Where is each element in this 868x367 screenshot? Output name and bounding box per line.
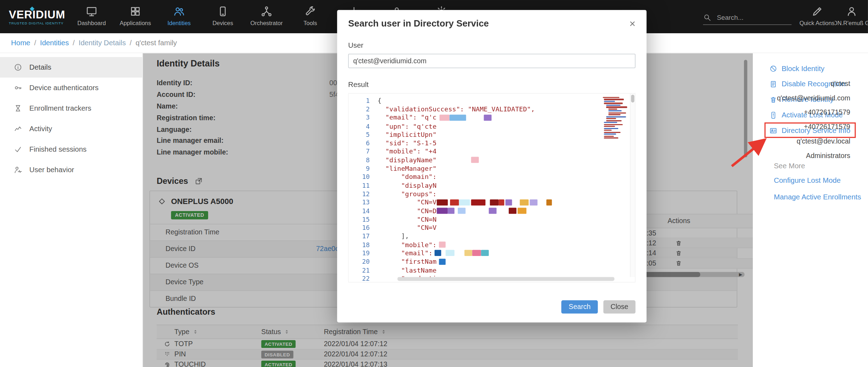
navbar-right: Search... Quick Actions DN.R'emuß G <box>703 0 868 33</box>
summary-value: Administrators <box>777 148 850 163</box>
see-more-links: Configure Lost ModeManage Active Enrollm… <box>774 176 861 209</box>
app: VERIDIUM TRUSTED DIGITAL IDENTITY Dashbo… <box>0 0 868 367</box>
identity-summary: q'ctestq'ctest@veridiumid.com+4072617157… <box>777 76 850 163</box>
applications-icon <box>130 6 141 17</box>
tools-icon <box>305 6 316 17</box>
brand-tagline: TRUSTED DIGITAL IDENTITY <box>9 21 70 25</box>
user-field-label: User <box>348 41 636 49</box>
identity-action-label: Block Identity <box>781 64 824 73</box>
phone-alert-icon <box>769 111 777 119</box>
block-icon <box>769 65 777 72</box>
close-button[interactable]: Close <box>603 300 636 314</box>
authenticator-icon <box>14 84 23 92</box>
breadcrumb-item[interactable]: Identities <box>40 39 69 47</box>
nav-item[interactable]: Devices <box>201 0 245 33</box>
modal-title: Search user in Directory Service <box>348 18 489 29</box>
result-editor[interactable]: 1{2 "validationSuccess": "NAME_VALIDATED… <box>348 93 636 282</box>
nav-item[interactable]: Tools <box>288 0 332 33</box>
brand-logo[interactable]: VERIDIUM TRUSTED DIGITAL IDENTITY <box>9 8 70 24</box>
orchestrator-icon <box>261 6 272 17</box>
summary-value: +40726171579 <box>777 105 850 120</box>
user-menu[interactable]: DN.R'emuß G <box>835 0 868 33</box>
summary-value: q'ctest@veridiumid.com <box>777 91 850 105</box>
dashboard-icon <box>86 6 98 17</box>
editor-hscrollbar[interactable] <box>370 277 630 281</box>
sidebar: Details Device authenticators Enrollment… <box>0 53 143 367</box>
search-button[interactable]: Search <box>561 300 598 314</box>
search-icon <box>703 13 711 22</box>
breadcrumb-item[interactable]: Home <box>11 39 30 47</box>
nav-item[interactable]: Identities <box>157 0 201 33</box>
sidebar-item[interactable]: Enrollment trackers <box>0 98 142 118</box>
activity-icon <box>14 125 23 133</box>
summary-value: q'ctest <box>777 76 850 91</box>
sidebar-item[interactable]: Device authenticators <box>0 77 142 98</box>
editor-minimap <box>603 97 628 139</box>
identities-icon <box>173 6 185 17</box>
check-icon <box>14 145 23 154</box>
contact-card-icon <box>769 127 777 134</box>
brand-name: VERIDIUM <box>9 8 70 19</box>
info-icon <box>14 63 23 72</box>
user-behavior-icon <box>14 166 23 174</box>
search-input[interactable]: Search... <box>717 13 743 21</box>
identity-panel: Block Identity Disable Recognition Remov… <box>753 53 868 367</box>
sidebar-item-label: User behavior <box>29 166 74 174</box>
sidebar-item[interactable]: Activity <box>0 118 142 139</box>
screen: VERIDIUM TRUSTED DIGITAL IDENTITY Dashbo… <box>0 0 868 367</box>
hourglass-icon <box>14 104 23 113</box>
sidebar-item[interactable]: Details <box>0 57 142 77</box>
quick-actions-button[interactable]: Quick Actions <box>799 0 835 33</box>
nav-item[interactable]: Applications <box>113 0 157 33</box>
nav-item[interactable]: Dashboard <box>70 0 113 33</box>
breadcrumb-separator: / <box>73 39 75 47</box>
see-more-link[interactable]: Configure Lost Mode <box>774 176 861 186</box>
modal-close-button[interactable]: × <box>629 18 635 29</box>
global-search[interactable]: Search... <box>703 13 792 25</box>
devices-icon <box>217 6 229 17</box>
editor-vscrollbar[interactable] <box>630 94 635 277</box>
sidebar-item-label: Device authenticators <box>29 84 99 92</box>
directory-search-modal: Search user in Directory Service × User … <box>337 10 646 322</box>
sidebar-item[interactable]: Finished sessions <box>0 139 142 159</box>
see-more-label: See More <box>774 162 805 170</box>
breadcrumb-separator: / <box>34 39 36 47</box>
sidebar-item-label: Enrollment trackers <box>29 104 91 113</box>
sidebar-item-label: Details <box>29 63 51 72</box>
breadcrumb-item[interactable]: Identity Details <box>78 39 126 47</box>
breadcrumb-item[interactable]: q'ctest family <box>136 39 177 47</box>
nav-item[interactable]: Orchestrator <box>245 0 289 33</box>
see-more-link[interactable]: Manage Active Enrollments <box>774 193 861 203</box>
result-editor-lines: 1{2 "validationSuccess": "NAME_VALIDATED… <box>349 94 635 282</box>
breadcrumb-separator: / <box>130 39 132 47</box>
sidebar-item[interactable]: User behavior <box>0 159 142 180</box>
summary-value: +40726171579 <box>777 120 850 134</box>
result-label: Result <box>348 80 636 89</box>
sidebar-item-label: Activity <box>29 125 52 133</box>
user-icon <box>845 6 857 17</box>
doc-icon <box>769 80 777 88</box>
identity-action-link[interactable]: Block Identity <box>769 63 854 74</box>
summary-value: q'ctest@dev.local <box>777 134 850 148</box>
user-input[interactable] <box>348 54 636 68</box>
trash-icon <box>769 95 777 103</box>
sidebar-item-label: Finished sessions <box>29 145 87 154</box>
quick-actions-icon <box>811 6 823 17</box>
